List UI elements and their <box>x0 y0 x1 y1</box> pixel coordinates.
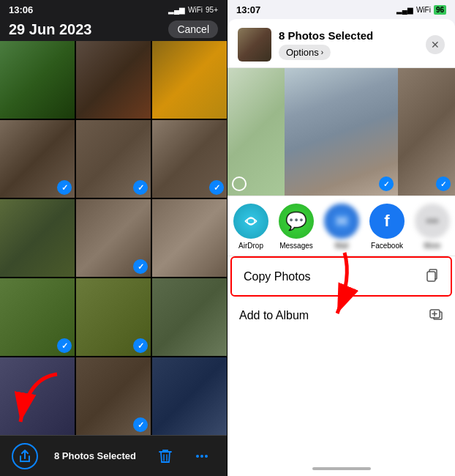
wifi-icon: WiFi <box>188 6 203 14</box>
r-wifi-icon: WiFi <box>416 6 431 14</box>
options-button[interactable]: Options › <box>279 45 331 60</box>
right-status-bar: 13:07 ▂▄▆ WiFi 96 <box>228 0 455 19</box>
mail-icon: ✉ <box>324 204 359 239</box>
share-thumbnail <box>238 28 271 62</box>
photo-cell-3[interactable] <box>152 41 227 119</box>
check-badge-10: ✓ <box>57 338 72 353</box>
trash-button[interactable] <box>152 443 178 469</box>
svg-point-5 <box>205 455 208 458</box>
chevron-right-icon: › <box>321 48 323 56</box>
battery-icon: 95+ <box>206 6 218 14</box>
share-icon <box>19 450 31 463</box>
add-to-album-label: Add to Album <box>239 309 429 322</box>
strip-check-3: ✓ <box>436 176 451 191</box>
strip-check-2: ✓ <box>379 176 394 191</box>
messages-app-item[interactable]: 💬 Messages <box>279 204 314 250</box>
photo-cell-8[interactable]: ✓ <box>76 199 151 277</box>
left-status-time: 13:06 <box>9 4 33 15</box>
action-list: Copy Photos Add to Album <box>228 256 455 461</box>
app-icons-row: AirDrop 💬 Messages ✉ Mail f Facebook •••… <box>228 196 455 256</box>
check-badge-11: ✓ <box>133 338 148 353</box>
share-circle-icon <box>12 443 38 469</box>
airdrop-app-item[interactable]: AirDrop <box>233 204 268 250</box>
close-button[interactable]: ✕ <box>426 35 445 54</box>
photo-cell-11[interactable]: ✓ <box>76 278 151 356</box>
left-panel: 13:06 ▂▄▆ WiFi 95+ 29 Jun 2023 Cancel ✓ … <box>0 0 227 476</box>
home-bar <box>312 467 371 470</box>
photo-cell-2[interactable] <box>76 41 151 119</box>
messages-icon: 💬 <box>279 204 314 239</box>
photo-cell-10[interactable]: ✓ <box>0 278 75 356</box>
share-sheet-header: 8 Photos Selected Options › ✕ <box>228 19 455 68</box>
cancel-button[interactable]: Cancel <box>168 21 218 38</box>
photo-cell-6[interactable]: ✓ <box>152 120 227 198</box>
share-title: 8 Photos Selected <box>279 29 418 42</box>
right-panel: 13:07 ▂▄▆ WiFi 96 8 Photos Selected Opti… <box>228 0 455 476</box>
check-badge-14: ✓ <box>133 417 148 432</box>
r-signal-icon: ▂▄▆ <box>396 6 413 14</box>
more-app-item[interactable]: ••• More <box>415 204 450 250</box>
strip-photo-2[interactable]: ✓ <box>285 68 399 196</box>
photo-cell-4[interactable]: ✓ <box>0 120 75 198</box>
photo-cell-5[interactable]: ✓ <box>76 120 151 198</box>
left-status-icons: ▂▄▆ WiFi 95+ <box>168 6 218 14</box>
left-header: 29 Jun 2023 Cancel <box>0 19 227 41</box>
photo-cell-1[interactable] <box>0 41 75 119</box>
trash-icon <box>159 449 172 464</box>
left-date: 29 Jun 2023 <box>9 21 91 38</box>
airdrop-label: AirDrop <box>238 242 263 250</box>
photo-cell-9[interactable] <box>152 199 227 277</box>
mail-app-item[interactable]: ✉ Mail <box>324 204 359 250</box>
left-status-bar: 13:06 ▂▄▆ WiFi 95+ <box>0 0 227 19</box>
home-indicator <box>228 461 455 476</box>
facebook-icon: f <box>369 204 405 239</box>
right-status-time: 13:07 <box>236 4 260 15</box>
messages-label: Messages <box>279 242 313 250</box>
photo-grid: ✓ ✓ ✓ ✓ ✓ ✓ ✓ <box>0 41 227 435</box>
options-label: Options <box>286 47 319 58</box>
photo-cell-15[interactable] <box>152 357 227 435</box>
photo-cell-14[interactable]: ✓ <box>76 357 151 435</box>
more-icon <box>195 449 209 464</box>
svg-point-3 <box>196 455 199 458</box>
more-label: More <box>424 242 441 250</box>
strip-photo-1[interactable] <box>228 68 285 196</box>
svg-rect-8 <box>427 272 435 281</box>
check-badge-8: ✓ <box>133 259 148 274</box>
add-to-album-icon <box>429 306 443 324</box>
share-button[interactable] <box>12 443 38 469</box>
mail-label: Mail <box>335 242 348 250</box>
facebook-app-item[interactable]: f Facebook <box>369 204 405 250</box>
copy-photos-label: Copy Photos <box>244 270 424 283</box>
svg-point-4 <box>200 455 203 458</box>
right-status-icons: ▂▄▆ WiFi 96 <box>396 5 446 15</box>
more-app-icon: ••• <box>415 204 450 239</box>
close-icon: ✕ <box>431 39 440 51</box>
add-to-album-item[interactable]: Add to Album <box>228 297 455 334</box>
photo-cell-13[interactable] <box>0 357 75 435</box>
check-badge-6: ✓ <box>209 180 224 195</box>
facebook-label: Facebook <box>371 242 403 250</box>
signal-icon: ▂▄▆ <box>168 6 185 14</box>
photo-cell-12[interactable] <box>152 278 227 356</box>
r-battery-icon: 96 <box>434 5 446 15</box>
left-bottom-bar: 8 Photos Selected <box>0 435 227 476</box>
check-badge-4: ✓ <box>57 180 72 195</box>
share-header-info: 8 Photos Selected Options › <box>279 29 418 60</box>
more-button[interactable] <box>189 443 215 469</box>
strip-circle-1 <box>232 176 247 191</box>
copy-photos-item[interactable]: Copy Photos <box>230 256 452 297</box>
strip-photo-3[interactable]: ✓ <box>398 68 455 196</box>
photo-strip: ✓ ✓ <box>228 68 455 196</box>
photo-cell-7[interactable] <box>0 199 75 277</box>
airdrop-icon <box>233 204 268 239</box>
check-badge-5: ✓ <box>133 180 148 195</box>
photos-selected-label: 8 Photos Selected <box>54 450 136 461</box>
copy-photos-icon <box>424 267 439 286</box>
